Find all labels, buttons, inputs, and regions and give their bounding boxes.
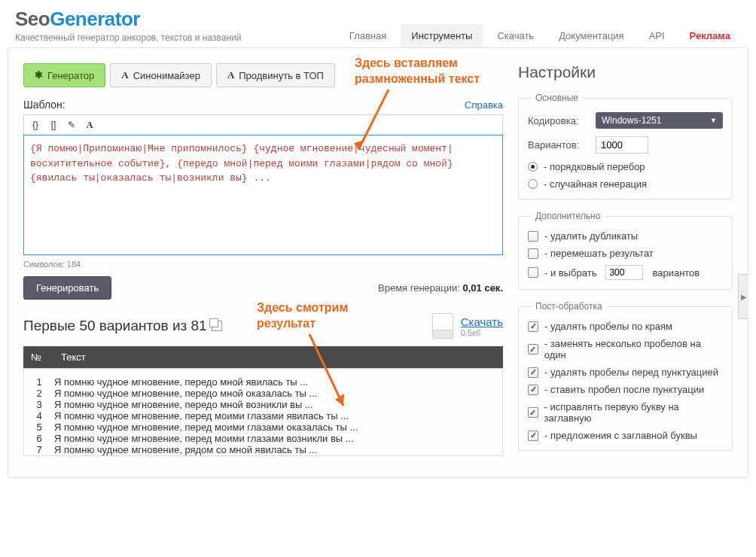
logo-seo: Seo (15, 8, 50, 30)
letter-a-icon: A (227, 69, 234, 81)
tagline: Качественный генератор анкоров, текстов … (15, 32, 241, 43)
tab-promote[interactable]: A Продвинуть в ТОП (216, 63, 335, 87)
check-cap-sentence[interactable] (528, 431, 538, 441)
table-row: 1Я помню чудное мгновение, передо мной я… (24, 376, 502, 388)
copy-icon[interactable] (212, 321, 222, 331)
tab-synonym[interactable]: A Синонимайзер (110, 63, 212, 87)
template-label: Шаблон: (23, 99, 66, 111)
tab-synonym-label: Синонимайзер (133, 70, 200, 81)
download-size: 0,5кб (461, 328, 503, 337)
col-text: Текст (53, 346, 503, 368)
table-row: 7Я помню чудное мгновение, рядом со мной… (24, 444, 502, 455)
check-space-after-punct[interactable] (528, 385, 538, 395)
radio-random[interactable] (528, 179, 538, 189)
tab-generator[interactable]: ✱ Генератор (23, 63, 105, 87)
table-row: 6Я помню чудное мгновение, перед моими г… (24, 433, 502, 444)
check-remove-dupes-label: - удалить дубликаты (544, 230, 638, 242)
select-count-input[interactable] (605, 265, 643, 280)
table-row: 4Я помню чудное мгновение, перед моими г… (24, 410, 502, 422)
logo: SeoGenerator (15, 8, 241, 31)
check-remove-dupes[interactable] (528, 231, 538, 242)
check-select[interactable] (528, 267, 538, 278)
table-row: 3Я помню чудное мгновение, передо мной в… (24, 399, 502, 410)
col-num: № (23, 346, 53, 368)
table-row: 5Я помню чудное мгновение, перед моими г… (24, 422, 502, 433)
nav-download[interactable]: Скачать (486, 24, 544, 47)
editor-toolbar: {} [] ✎ A (23, 114, 503, 135)
template-textarea[interactable]: {Я помню|Припоминаю|Мне припомнилось} {ч… (23, 135, 503, 255)
check-shuffle-label: - перемешать результат (544, 248, 654, 259)
toolbar-font-icon[interactable]: A (83, 118, 96, 132)
nav-api[interactable]: API (639, 24, 675, 47)
radio-random-label: - случайная генерация (544, 178, 647, 190)
results-title: Первые 50 вариантов из 81 (23, 318, 222, 334)
toolbar-wand-icon[interactable]: ✎ (65, 118, 78, 132)
variants-input[interactable] (596, 136, 648, 154)
radio-sequential[interactable] (528, 162, 538, 172)
variants-label: Вариантов: (528, 139, 588, 151)
tab-promote-label: Продвинуть в ТОП (239, 70, 324, 81)
logo-gen: Generator (50, 8, 140, 30)
download-link[interactable]: Скачать (461, 315, 503, 328)
results-table: № Текст (23, 346, 503, 368)
top-nav: Главная Инструменты Скачать Документация… (339, 24, 741, 47)
generate-button[interactable]: Генерировать (23, 276, 111, 300)
main-legend: Основные (531, 93, 583, 103)
char-count: Символов: 184 (23, 260, 503, 269)
nav-ad[interactable]: Реклама (679, 24, 741, 47)
post-legend: Пост-обработка (531, 301, 607, 312)
tab-generator-label: Генератор (47, 70, 94, 81)
gear-icon: ✱ (35, 69, 43, 81)
check-shuffle[interactable] (528, 248, 538, 259)
table-row: 2Я помню чудное мгновение, передо мной о… (24, 388, 502, 399)
radio-sequential-label: - порядковый перебор (544, 161, 645, 172)
nav-tools[interactable]: Инструменты (401, 24, 483, 47)
chevron-down-icon: ▼ (710, 117, 717, 124)
expand-tab[interactable]: ▶ (738, 274, 748, 319)
check-cap-first[interactable] (528, 407, 538, 418)
extra-legend: Дополнительно (531, 211, 605, 221)
toolbar-braces-icon[interactable]: {} (29, 118, 42, 132)
nav-docs[interactable]: Документация (548, 24, 635, 47)
settings-title: Настройки (518, 63, 733, 81)
zip-file-icon (432, 313, 453, 339)
check-space-punct[interactable] (528, 367, 538, 378)
check-select-prefix: - и выбрать (544, 267, 596, 278)
encoding-label: Кодировка: (528, 115, 588, 126)
check-trim[interactable] (528, 321, 538, 332)
generation-time: Время генерации: 0,01 сек. (378, 282, 503, 294)
check-select-suffix: вариантов (652, 267, 700, 278)
check-collapse-spaces[interactable] (528, 344, 538, 355)
help-link[interactable]: Справка (465, 99, 503, 111)
toolbar-brackets-icon[interactable]: [] (47, 118, 60, 132)
nav-home[interactable]: Главная (339, 24, 397, 47)
letter-a-icon: A (121, 69, 128, 81)
encoding-select[interactable]: Windows-1251 ▼ (596, 112, 723, 129)
